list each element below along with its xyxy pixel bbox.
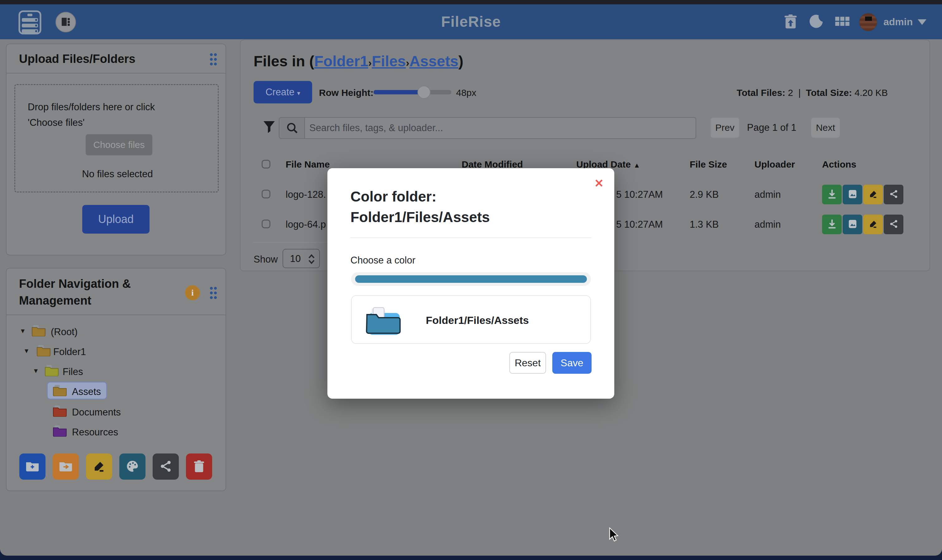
- rename-button[interactable]: [863, 215, 883, 234]
- folder-icon: [52, 405, 67, 417]
- download-button[interactable]: [822, 215, 842, 234]
- col-uploader[interactable]: Uploader: [754, 159, 795, 170]
- next-page-button[interactable]: Next: [811, 118, 840, 138]
- app-title: FileRise: [0, 5, 942, 39]
- delete-folder-button[interactable]: [186, 454, 212, 480]
- preview-button[interactable]: [843, 185, 862, 204]
- show-label: Show: [254, 254, 278, 265]
- search-icon: [286, 122, 298, 134]
- pagination-label: Page 1 of 1: [747, 122, 797, 133]
- items-per-page-select[interactable]: 10: [283, 249, 320, 268]
- prev-page-button[interactable]: Prev: [711, 118, 739, 138]
- file-size: 1.3 KB: [690, 219, 719, 230]
- dark-mode-moon-icon[interactable]: [808, 14, 824, 30]
- folder-preview-label: Folder1/Files/Assets: [426, 296, 529, 345]
- choose-color-label: Choose a color: [351, 255, 416, 266]
- file-name[interactable]: logo-128.: [286, 189, 326, 200]
- color-folder-button[interactable]: [119, 454, 145, 480]
- row-height-value: 48px: [456, 88, 476, 98]
- create-folder-button[interactable]: [19, 454, 46, 480]
- move-folder-button[interactable]: [52, 454, 79, 480]
- filter-icon[interactable]: [263, 120, 276, 134]
- window-top-strip: [0, 0, 942, 5]
- tree-item-folder1[interactable]: Folder1: [53, 346, 86, 358]
- sort-arrow-icon: ▲: [633, 162, 640, 169]
- share-icon: [159, 460, 172, 473]
- preview-button[interactable]: [843, 215, 862, 234]
- tree-item-assets-label[interactable]: Assets: [72, 386, 101, 397]
- trash-restore-icon[interactable]: [782, 14, 799, 30]
- select-chevrons-icon: [308, 254, 316, 265]
- share-folder-button[interactable]: [152, 454, 179, 480]
- row-height-slider-fill: [374, 90, 424, 94]
- caret-icon[interactable]: ▾: [21, 326, 25, 335]
- drag-handle-icon[interactable]: [209, 52, 217, 66]
- save-button[interactable]: Save: [552, 352, 591, 374]
- modal-title: Color folder: Folder1/Files/Assets: [351, 186, 593, 228]
- create-caret-icon: ▾: [297, 90, 300, 97]
- username[interactable]: admin: [884, 5, 913, 39]
- tree-item-root[interactable]: (Root): [51, 326, 78, 338]
- share-button[interactable]: [884, 215, 904, 234]
- search-input[interactable]: [309, 118, 693, 138]
- create-button[interactable]: Create ▾: [254, 81, 312, 103]
- pencil-icon: [868, 219, 878, 229]
- apps-grid-icon[interactable]: [834, 14, 850, 30]
- folder-panel: Folder Navigation & Management i ▾ (Root…: [6, 268, 226, 491]
- pencil-icon: [92, 460, 106, 473]
- col-actions: Actions: [822, 159, 856, 170]
- caret-icon[interactable]: ▾: [34, 366, 38, 375]
- download-icon: [827, 189, 837, 199]
- tree-item-documents[interactable]: Documents: [72, 407, 121, 418]
- breadcrumb-files[interactable]: Files: [372, 53, 406, 69]
- choose-files-button[interactable]: Choose files: [86, 134, 152, 155]
- folder-panel-header: Folder Navigation & Management i: [6, 268, 226, 315]
- row-checkbox[interactable]: [262, 220, 270, 228]
- share-button[interactable]: [884, 185, 904, 204]
- tree-item-resources[interactable]: Resources: [72, 427, 118, 438]
- no-files-text: No files selected: [15, 169, 220, 180]
- select-all-checkbox[interactable]: [262, 160, 270, 169]
- caret-icon[interactable]: ▾: [25, 346, 28, 355]
- row-height-label: Row Height:: [319, 88, 374, 98]
- upload-panel: Upload Files/Folders Drop files/folders …: [6, 44, 226, 255]
- share-icon: [889, 189, 898, 199]
- color-slider[interactable]: [351, 272, 591, 286]
- dropzone-text: Drop files/folders here or click 'Choose…: [28, 99, 208, 131]
- topbar: FileRise admin: [0, 5, 942, 39]
- folder-panel-title-line2: Management: [19, 292, 131, 309]
- file-name[interactable]: logo-64.p: [286, 219, 326, 230]
- drag-handle-icon[interactable]: [209, 286, 217, 300]
- breadcrumb-folder1[interactable]: Folder1: [314, 53, 368, 69]
- row-height-slider-thumb[interactable]: [417, 86, 431, 99]
- upload-button[interactable]: Upload: [82, 205, 149, 234]
- page-title-suffix: ): [459, 53, 463, 69]
- folder-icon: [37, 345, 51, 356]
- row-checkbox[interactable]: [262, 190, 270, 198]
- uploader: admin: [754, 219, 780, 230]
- rename-folder-button[interactable]: [86, 454, 112, 480]
- user-menu-caret-icon[interactable]: [918, 19, 927, 25]
- search-bar: [279, 117, 696, 139]
- folder-preview-card: Folder1/Files/Assets: [351, 295, 591, 344]
- file-size: 2.9 KB: [690, 189, 719, 200]
- image-icon: [848, 189, 857, 199]
- col-file-name[interactable]: File Name: [286, 159, 330, 170]
- download-button[interactable]: [822, 185, 842, 204]
- palette-icon: [126, 460, 139, 473]
- close-icon[interactable]: ✕: [594, 177, 604, 190]
- breadcrumb-assets[interactable]: Assets: [409, 53, 458, 69]
- color-slider-bar[interactable]: [355, 275, 587, 283]
- col-file-size[interactable]: File Size: [690, 159, 727, 170]
- modal-divider: [351, 237, 591, 238]
- avatar[interactable]: [859, 13, 877, 31]
- folder-icon: [45, 365, 59, 376]
- reset-button[interactable]: Reset: [509, 352, 546, 374]
- folder-panel-title-line1: Folder Navigation &: [19, 275, 131, 292]
- tree-item-files[interactable]: Files: [63, 366, 83, 377]
- share-icon: [889, 219, 898, 229]
- rename-button[interactable]: [863, 185, 883, 204]
- dropzone[interactable]: Drop files/folders here or click 'Choose…: [14, 84, 219, 192]
- info-icon[interactable]: i: [185, 285, 200, 300]
- page-title-prefix: Files in (: [254, 53, 314, 69]
